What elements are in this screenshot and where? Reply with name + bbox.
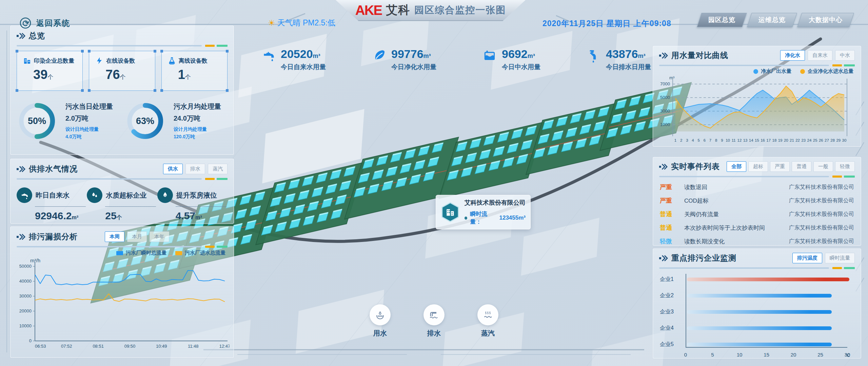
- svg-text:40000: 40000: [19, 279, 32, 284]
- stat-card-unit: 个: [120, 74, 126, 80]
- leakage-tab-2[interactable]: 本月: [127, 231, 147, 242]
- compare-tab-2[interactable]: 自来水: [808, 50, 832, 61]
- svg-text:18: 18: [772, 138, 777, 142]
- svg-text:21: 21: [790, 138, 794, 142]
- svg-text:13: 13: [743, 138, 748, 142]
- pump-icon: [161, 191, 170, 200]
- nav-tab-1[interactable]: 园区总览: [697, 13, 747, 27]
- svg-text:4: 4: [692, 138, 694, 142]
- legend-dot-icon: [800, 69, 805, 74]
- stat-card-unit: 个: [185, 74, 191, 80]
- corner-mark: [154, 89, 156, 92]
- datetime-display: 2020年11月25日 星期日 上午09:08: [542, 18, 671, 29]
- event-company: 广东艾科技术股份有限公司: [789, 238, 854, 245]
- supply-item-value: 92946.2m³: [35, 210, 87, 222]
- today-stat-text: 43876m³今日排水日用量: [606, 47, 651, 72]
- company-map-tooltip[interactable]: 艾科技术股份有限公司 瞬时流量： 123455m³: [436, 195, 531, 229]
- event-filters: 全部超标严重普通一般轻微: [727, 161, 855, 172]
- gauge-value: 24.0万吨: [174, 114, 221, 123]
- axis-ticks: 051015202530°C: [686, 350, 847, 358]
- faucet-icon: [261, 47, 277, 63]
- supply-item-label: 提升泵房液位: [176, 191, 217, 200]
- event-row-3[interactable]: 普通关阀仍有流量广东艾科技术股份有限公司: [660, 207, 854, 221]
- today-stat-text: 99776m³今日净化水用量: [391, 47, 436, 72]
- event-filter-6[interactable]: 轻微: [835, 161, 855, 172]
- event-row-5[interactable]: 轻微读数长期没变化广东艾科技术股份有限公司: [660, 235, 854, 248]
- event-filter-2[interactable]: 超标: [748, 161, 768, 172]
- svg-text:12: 12: [737, 138, 742, 142]
- pollution-bar-track: [687, 310, 852, 314]
- nav-tab-2[interactable]: 运维总览: [747, 13, 797, 27]
- ake-logo: AKE: [355, 3, 382, 18]
- corner-mark: [81, 50, 84, 53]
- gauge-text-1: 污水当日处理量2.0万吨设计日均处理量4.0万吨: [65, 102, 113, 140]
- nav-tab-label: 运维总览: [758, 16, 786, 24]
- event-description: 关阀仍有流量: [684, 210, 789, 218]
- event-description: 读数长期没变化: [684, 238, 789, 245]
- event-filter-4[interactable]: 普通: [792, 161, 811, 172]
- today-stat-label: 今日净化水用量: [391, 63, 436, 72]
- svg-text:11: 11: [732, 138, 736, 142]
- legend-label: 企业净化水进水总量: [808, 68, 853, 75]
- svg-text:19: 19: [778, 138, 783, 142]
- pollution-tab-2[interactable]: 瞬时流量: [825, 253, 855, 263]
- layer-button-3[interactable]: 蒸汽: [477, 304, 498, 338]
- svg-text:5000: 5000: [660, 95, 670, 100]
- back-to-system-button[interactable]: 返回系统: [19, 16, 70, 30]
- layer-button-2[interactable]: 排水: [423, 304, 445, 338]
- layer-button-label: 排水: [427, 329, 441, 338]
- svg-text:1000: 1000: [660, 122, 670, 127]
- event-description: COD超标: [684, 197, 789, 205]
- nav-tab-3[interactable]: 大数据中心: [797, 13, 854, 27]
- leakage-tab-3[interactable]: 本年: [150, 231, 169, 242]
- supply-tab-2[interactable]: 排水: [185, 164, 205, 174]
- event-row-2[interactable]: 严重COD超标广东艾科技术股份有限公司: [660, 194, 854, 207]
- event-row-1[interactable]: 严重读数退回广东艾科技术股份有限公司: [660, 180, 854, 194]
- svg-text:1: 1: [674, 138, 676, 142]
- svg-text:3: 3: [686, 138, 688, 142]
- pollution-bar-chart: 企业1企业2企业3企业4企业5051015202530°C: [660, 274, 852, 358]
- pollution-company-label: 企业5: [660, 341, 682, 348]
- event-filter-5[interactable]: 一般: [813, 161, 833, 172]
- compare-tab-3[interactable]: 中水: [835, 50, 855, 61]
- flask-icon: [168, 57, 176, 65]
- compare-title: 用水量对比曲线: [671, 50, 728, 61]
- unit: m³: [195, 215, 202, 220]
- event-description: 读数退回: [684, 183, 789, 191]
- water-compare-panel: 用水量对比曲线 净化水自来水中水 净水厂出水量企业净化水进水总量 m³10003…: [653, 46, 861, 147]
- events-title: 实时事件列表: [671, 161, 720, 172]
- gauge-value: 2.0万吨: [65, 114, 113, 123]
- supply-tab-1[interactable]: 供水: [163, 164, 183, 174]
- event-filter-3[interactable]: 严重: [770, 161, 790, 172]
- corner-mark: [160, 89, 163, 92]
- corner-mark: [226, 50, 229, 53]
- today-stat-text: 9692m³今日中水用量: [502, 47, 540, 72]
- layer-button-1[interactable]: 用水: [370, 304, 391, 338]
- supply-title: 供排水气情况: [29, 164, 78, 174]
- gauge-2: 63%污水月均处理量24.0万吨设计月均处理量120.0万吨: [122, 96, 230, 146]
- corner-mark: [81, 89, 84, 92]
- pollution-company-label: 企业2: [660, 292, 682, 299]
- event-filter-1[interactable]: 全部: [727, 161, 746, 172]
- supply-tab-3[interactable]: 蒸汽: [208, 164, 228, 174]
- pollution-tab-1[interactable]: 排污温度: [792, 253, 822, 263]
- today-stat-label: 今日排水日用量: [606, 63, 651, 72]
- svg-text:17: 17: [766, 138, 771, 142]
- layer-button-circle: [370, 304, 391, 325]
- axis-line: [686, 347, 847, 348]
- leakage-tabs: 本周本月本年: [105, 231, 169, 242]
- corner-mark: [16, 89, 18, 92]
- compare-tab-1[interactable]: 净化水: [780, 50, 805, 61]
- leaf-icon: [372, 47, 387, 63]
- today-stat-value: 20520: [281, 47, 313, 60]
- header-nav-tabs: 园区总览运维总览大数据中心: [699, 13, 852, 27]
- leakage-tab-1[interactable]: 本周: [105, 231, 124, 242]
- steam-icon: [482, 310, 493, 320]
- drain-faucet-icon: [586, 47, 602, 63]
- axis-tick: 25: [817, 352, 823, 358]
- event-company: 广东艾科技术股份有限公司: [789, 211, 854, 218]
- pollution-row-3: 企业3: [660, 308, 852, 316]
- axis-tick: 5: [711, 352, 714, 358]
- corner-mark: [88, 89, 91, 92]
- event-row-4[interactable]: 普通本次抄表时间等于上次抄表时间广东艾科技术股份有限公司: [660, 221, 854, 235]
